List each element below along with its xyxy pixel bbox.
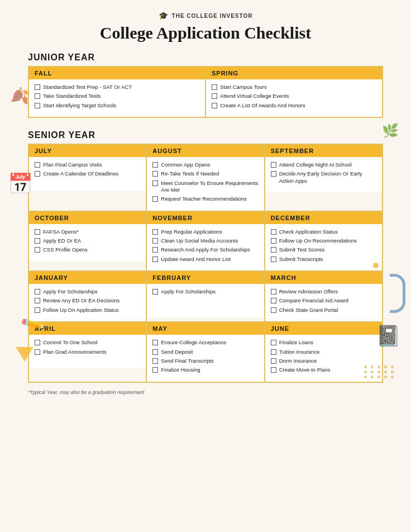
list-item: FAFSA Opens*: [35, 229, 140, 235]
list-item: Apply For Scholarships: [35, 288, 140, 295]
december-body: Check Application Status Follow Up On Re…: [265, 224, 382, 270]
list-item: Request Teacher Recommendations: [152, 196, 258, 202]
july-cell: JULY Plan Final Campus Visits Create A C…: [28, 144, 146, 211]
checkbox[interactable]: [152, 180, 158, 186]
list-item: Follow Up On Recommendations: [271, 238, 376, 244]
checkbox[interactable]: [152, 349, 158, 355]
march-body: Review Admission Offers Compare Financia…: [265, 284, 382, 321]
may-cell: MAY Ensure College Acceptance Send Depos…: [146, 322, 264, 382]
list-item: Start Campus Tours: [212, 84, 376, 91]
february-body: Apply For Scholarships: [147, 284, 264, 317]
july-body: Plan Final Campus Visits Create A Calend…: [29, 157, 146, 191]
april-body: Commit To One School Plan Grad Announcem…: [29, 335, 146, 368]
checkbox[interactable]: [35, 247, 40, 253]
checkbox[interactable]: [271, 256, 276, 262]
list-item: Finalize Loans: [271, 339, 376, 346]
list-item: Review Any ED Or EA Decisions: [35, 297, 140, 304]
checkbox[interactable]: [35, 349, 40, 355]
checkbox[interactable]: [271, 162, 276, 168]
checkbox[interactable]: [35, 307, 40, 313]
list-item: Create A List Of Awards And Honors: [212, 102, 376, 109]
may-body: Ensure College Acceptance Send Deposit S…: [147, 335, 264, 381]
list-item: Apply For Scholarships: [152, 288, 258, 295]
list-item: Create Move-In Plans: [271, 367, 376, 373]
curve-deco: [390, 274, 405, 313]
checkbox[interactable]: [35, 229, 40, 235]
checkbox[interactable]: [271, 229, 276, 235]
senior-year-title: SENIOR YEAR: [28, 130, 383, 140]
checkbox[interactable]: [152, 358, 158, 364]
checkbox[interactable]: [152, 367, 158, 373]
checkbox[interactable]: [212, 84, 217, 90]
leaf-icon-tr: 🌿: [382, 123, 399, 139]
list-item: Apply ED Or EA: [35, 238, 140, 244]
april-cell: APRIL Commit To One School Plan Grad Ann…: [28, 322, 146, 382]
list-item: Re-Take Tests If Needed: [152, 170, 258, 177]
spring-cell: SPRING Start Campus Tours Attend Virtual…: [206, 66, 383, 117]
list-item: Create A Calendar Of Deadlines: [35, 170, 140, 177]
may-header: MAY: [147, 322, 264, 335]
checkbox[interactable]: [271, 171, 276, 177]
july-header: JULY: [29, 145, 146, 157]
list-item: Standardized Test Prep - SAT Or ACT: [35, 84, 199, 91]
august-header: AUGUST: [147, 145, 264, 157]
checkbox[interactable]: [271, 289, 276, 294]
september-body: Attend College Night At School Decide An…: [265, 157, 382, 192]
list-item: Decide Any Early Decision Or Early Actio…: [271, 170, 376, 184]
list-item: Dorm Insurance: [271, 358, 376, 364]
checkbox[interactable]: [35, 171, 40, 177]
april-header: APRIL: [29, 322, 146, 335]
checkbox[interactable]: [212, 103, 217, 108]
list-item: Send Final Transcripts: [152, 358, 258, 364]
checkbox[interactable]: [152, 256, 158, 262]
october-cell: OCTOBER FAFSA Opens* Apply ED Or EA CSS …: [28, 211, 146, 271]
checkbox[interactable]: [35, 289, 40, 294]
checkbox[interactable]: [271, 367, 276, 373]
checkbox[interactable]: [35, 103, 40, 108]
checkbox[interactable]: [35, 298, 40, 303]
checkbox[interactable]: [271, 298, 276, 303]
december-cell: DECEMBER Check Application Status Follow…: [265, 211, 383, 271]
checkbox[interactable]: [35, 162, 40, 168]
checkbox[interactable]: [35, 340, 40, 345]
checkbox[interactable]: [152, 289, 158, 294]
october-body: FAFSA Opens* Apply ED Or EA CSS Profile …: [29, 224, 146, 262]
checkbox[interactable]: [271, 349, 276, 355]
list-item: Attend Virtual College Events: [212, 93, 376, 99]
march-header: MARCH: [265, 272, 382, 284]
list-item: Compare Financial Aid Award: [271, 297, 376, 304]
checkbox[interactable]: [271, 238, 276, 244]
checkbox[interactable]: [152, 196, 158, 202]
checkbox[interactable]: [152, 171, 158, 177]
june-cell: JUNE Finalize Loans Tuition Insurance Do…: [265, 322, 383, 382]
checkbox[interactable]: [212, 93, 217, 99]
checkbox[interactable]: [35, 84, 40, 90]
checkbox[interactable]: [271, 358, 276, 364]
checkbox[interactable]: [152, 247, 158, 253]
checkbox[interactable]: [271, 307, 276, 313]
november-body: Prep Regular Applications Clean Up Socia…: [147, 224, 264, 270]
november-header: NOVEMBER: [147, 212, 264, 224]
list-item: Start Identifying Target Schools: [35, 102, 199, 109]
checkbox[interactable]: [152, 238, 158, 244]
brand-name: THE COLLEGE INVESTOR: [172, 13, 253, 19]
checkbox[interactable]: [271, 247, 276, 253]
junior-year-title: JUNIOR YEAR: [28, 53, 383, 63]
checkbox[interactable]: [152, 162, 158, 168]
list-item: Meet Counselor To Ensure Requirements Ar…: [152, 180, 258, 194]
junior-grid: FALL Standardized Test Prep - SAT Or ACT…: [28, 66, 383, 118]
list-item: Common App Opens: [152, 162, 258, 168]
list-item: Clean Up Social Media Accounts: [152, 238, 258, 244]
list-item: Submit Transcripts: [271, 256, 376, 263]
checkbox[interactable]: [271, 340, 276, 345]
checkbox[interactable]: [35, 93, 40, 99]
february-cell: FEBRUARY Apply For Scholarships: [146, 271, 264, 322]
list-item: Submit Test Scores: [271, 246, 376, 253]
checkbox[interactable]: [152, 340, 158, 345]
checkbox[interactable]: [35, 238, 40, 244]
fall-cell: FALL Standardized Test Prep - SAT Or ACT…: [28, 66, 206, 117]
january-body: Apply For Scholarships Review Any ED Or …: [29, 284, 146, 321]
fall-header: FALL: [29, 67, 205, 79]
september-cell: SEPTEMBER Attend College Night At School…: [265, 144, 383, 211]
checkbox[interactable]: [152, 229, 158, 235]
